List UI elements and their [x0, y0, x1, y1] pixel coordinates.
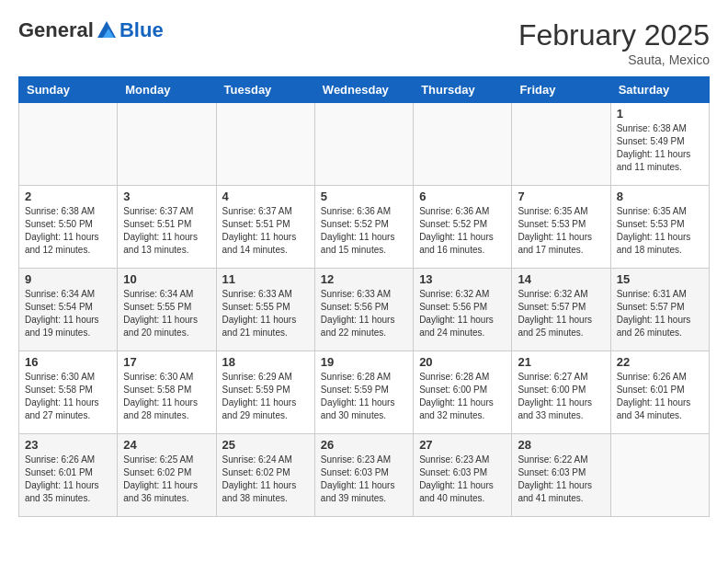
- day-info: Sunrise: 6:38 AM Sunset: 5:50 PM Dayligh…: [25, 205, 111, 257]
- day-info: Sunrise: 6:37 AM Sunset: 5:51 PM Dayligh…: [222, 205, 309, 257]
- day-number: 13: [419, 272, 506, 286]
- day-number: 1: [617, 107, 703, 121]
- day-number: 15: [617, 272, 703, 286]
- day-cell: 12Sunrise: 6:33 AM Sunset: 5:56 PM Dayli…: [314, 269, 413, 351]
- day-info: Sunrise: 6:30 AM Sunset: 5:58 PM Dayligh…: [123, 371, 210, 422]
- day-info: Sunrise: 6:32 AM Sunset: 5:57 PM Dayligh…: [518, 288, 604, 339]
- day-cell: 25Sunrise: 6:24 AM Sunset: 6:02 PM Dayli…: [216, 434, 314, 517]
- day-number: 25: [222, 438, 309, 452]
- day-number: 17: [123, 355, 210, 369]
- day-number: 7: [518, 190, 604, 203]
- month-title: February 2025: [518, 18, 710, 52]
- day-cell: 15Sunrise: 6:31 AM Sunset: 5:57 PM Dayli…: [610, 269, 709, 351]
- day-info: Sunrise: 6:28 AM Sunset: 6:00 PM Dayligh…: [419, 371, 506, 422]
- day-info: Sunrise: 6:31 AM Sunset: 5:57 PM Dayligh…: [617, 288, 703, 339]
- day-cell: 9Sunrise: 6:34 AM Sunset: 5:54 PM Daylig…: [19, 269, 118, 351]
- day-info: Sunrise: 6:22 AM Sunset: 6:03 PM Dayligh…: [518, 454, 604, 505]
- day-number: 6: [419, 190, 506, 203]
- day-info: Sunrise: 6:26 AM Sunset: 6:01 PM Dayligh…: [25, 454, 111, 505]
- header: General Blue February 2025 Sauta, Mexico: [18, 18, 710, 67]
- day-number: 23: [25, 438, 111, 452]
- day-cell: 11Sunrise: 6:33 AM Sunset: 5:55 PM Dayli…: [216, 269, 314, 351]
- day-cell: 17Sunrise: 6:30 AM Sunset: 5:58 PM Dayli…: [118, 351, 216, 434]
- day-cell: [512, 103, 610, 186]
- calendar-table: SundayMondayTuesdayWednesdayThursdayFrid…: [18, 76, 710, 517]
- day-cell: [19, 103, 118, 186]
- logo-icon: [96, 19, 118, 41]
- logo-blue-text: Blue: [119, 18, 164, 42]
- day-cell: [216, 103, 314, 186]
- day-number: 27: [419, 438, 506, 452]
- week-row-2: 2Sunrise: 6:38 AM Sunset: 5:50 PM Daylig…: [19, 186, 710, 269]
- day-info: Sunrise: 6:37 AM Sunset: 5:51 PM Dayligh…: [123, 205, 210, 257]
- day-number: 2: [25, 190, 111, 203]
- day-number: 11: [222, 272, 309, 286]
- day-cell: 7Sunrise: 6:35 AM Sunset: 5:53 PM Daylig…: [512, 186, 610, 269]
- day-number: 26: [321, 438, 407, 452]
- day-info: Sunrise: 6:30 AM Sunset: 5:58 PM Dayligh…: [25, 371, 111, 422]
- title-area: February 2025 Sauta, Mexico: [518, 18, 710, 67]
- day-info: Sunrise: 6:25 AM Sunset: 6:02 PM Dayligh…: [123, 454, 210, 505]
- day-cell: 3Sunrise: 6:37 AM Sunset: 5:51 PM Daylig…: [118, 186, 216, 269]
- day-cell: 6Sunrise: 6:36 AM Sunset: 5:52 PM Daylig…: [414, 186, 512, 269]
- day-cell: 10Sunrise: 6:34 AM Sunset: 5:55 PM Dayli…: [118, 269, 216, 351]
- day-cell: 5Sunrise: 6:36 AM Sunset: 5:52 PM Daylig…: [314, 186, 413, 269]
- day-number: 18: [222, 355, 309, 369]
- day-number: 8: [617, 190, 703, 203]
- day-info: Sunrise: 6:35 AM Sunset: 5:53 PM Dayligh…: [518, 205, 604, 257]
- day-info: Sunrise: 6:23 AM Sunset: 6:03 PM Dayligh…: [321, 454, 407, 505]
- day-number: 9: [25, 272, 111, 286]
- weekday-header-row: SundayMondayTuesdayWednesdayThursdayFrid…: [19, 77, 710, 103]
- day-number: 14: [518, 272, 604, 286]
- day-cell: 2Sunrise: 6:38 AM Sunset: 5:50 PM Daylig…: [19, 186, 118, 269]
- day-number: 5: [321, 190, 407, 203]
- day-number: 28: [518, 438, 604, 452]
- day-info: Sunrise: 6:23 AM Sunset: 6:03 PM Dayligh…: [419, 454, 506, 505]
- week-row-1: 1Sunrise: 6:38 AM Sunset: 5:49 PM Daylig…: [19, 103, 710, 186]
- subtitle: Sauta, Mexico: [518, 52, 710, 67]
- weekday-monday: Monday: [118, 77, 216, 103]
- day-cell: 1Sunrise: 6:38 AM Sunset: 5:49 PM Daylig…: [610, 103, 709, 186]
- day-cell: 18Sunrise: 6:29 AM Sunset: 5:59 PM Dayli…: [216, 351, 314, 434]
- day-cell: 14Sunrise: 6:32 AM Sunset: 5:57 PM Dayli…: [512, 269, 610, 351]
- weekday-wednesday: Wednesday: [314, 77, 413, 103]
- weekday-tuesday: Tuesday: [216, 77, 314, 103]
- day-info: Sunrise: 6:29 AM Sunset: 5:59 PM Dayligh…: [222, 371, 309, 422]
- day-number: 16: [25, 355, 111, 369]
- day-cell: 24Sunrise: 6:25 AM Sunset: 6:02 PM Dayli…: [118, 434, 216, 517]
- weekday-friday: Friday: [512, 77, 610, 103]
- day-number: 24: [123, 438, 210, 452]
- day-cell: 22Sunrise: 6:26 AM Sunset: 6:01 PM Dayli…: [610, 351, 709, 434]
- day-cell: [314, 103, 413, 186]
- logo: General Blue: [18, 18, 164, 42]
- logo-general-text: General: [18, 18, 94, 42]
- day-cell: [610, 434, 709, 517]
- day-cell: [118, 103, 216, 186]
- day-number: 10: [123, 272, 210, 286]
- day-cell: 8Sunrise: 6:35 AM Sunset: 5:53 PM Daylig…: [610, 186, 709, 269]
- day-info: Sunrise: 6:36 AM Sunset: 5:52 PM Dayligh…: [321, 205, 407, 257]
- day-info: Sunrise: 6:26 AM Sunset: 6:01 PM Dayligh…: [617, 371, 703, 422]
- day-cell: 23Sunrise: 6:26 AM Sunset: 6:01 PM Dayli…: [19, 434, 118, 517]
- day-number: 22: [617, 355, 703, 369]
- weekday-sunday: Sunday: [19, 77, 118, 103]
- day-number: 21: [518, 355, 604, 369]
- day-info: Sunrise: 6:32 AM Sunset: 5:56 PM Dayligh…: [419, 288, 506, 339]
- weekday-thursday: Thursday: [414, 77, 512, 103]
- day-info: Sunrise: 6:34 AM Sunset: 5:55 PM Dayligh…: [123, 288, 210, 339]
- day-number: 20: [419, 355, 506, 369]
- day-info: Sunrise: 6:36 AM Sunset: 5:52 PM Dayligh…: [419, 205, 506, 257]
- day-info: Sunrise: 6:34 AM Sunset: 5:54 PM Dayligh…: [25, 288, 111, 339]
- day-cell: 19Sunrise: 6:28 AM Sunset: 5:59 PM Dayli…: [314, 351, 413, 434]
- day-info: Sunrise: 6:33 AM Sunset: 5:56 PM Dayligh…: [321, 288, 407, 339]
- day-info: Sunrise: 6:24 AM Sunset: 6:02 PM Dayligh…: [222, 454, 309, 505]
- day-number: 12: [321, 272, 407, 286]
- day-cell: 28Sunrise: 6:22 AM Sunset: 6:03 PM Dayli…: [512, 434, 610, 517]
- day-cell: 27Sunrise: 6:23 AM Sunset: 6:03 PM Dayli…: [414, 434, 512, 517]
- day-number: 4: [222, 190, 309, 203]
- day-cell: 21Sunrise: 6:27 AM Sunset: 6:00 PM Dayli…: [512, 351, 610, 434]
- day-cell: 13Sunrise: 6:32 AM Sunset: 5:56 PM Dayli…: [414, 269, 512, 351]
- day-info: Sunrise: 6:38 AM Sunset: 5:49 PM Dayligh…: [617, 122, 703, 174]
- week-row-5: 23Sunrise: 6:26 AM Sunset: 6:01 PM Dayli…: [19, 434, 710, 517]
- day-number: 3: [123, 190, 210, 203]
